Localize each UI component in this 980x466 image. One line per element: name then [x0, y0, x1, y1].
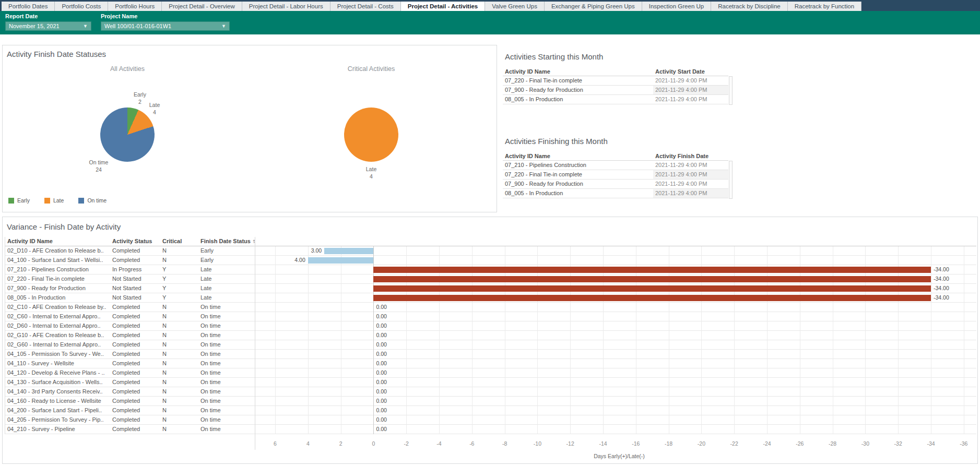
legend-label: Early	[17, 197, 30, 204]
variance-bar[interactable]	[324, 248, 373, 254]
bar-value-label: 0.00	[376, 340, 386, 350]
variance-bar-cell: 0.00	[255, 321, 978, 330]
variance-row[interactable]: 07_220 - Final Tie-in completeNot Starte…	[5, 274, 976, 284]
starting-table-scrollbar[interactable]	[729, 76, 733, 105]
table-row[interactable]: 07_210 - Pipelines Construction2021-11-2…	[503, 161, 728, 170]
variance-finish-status-cell: On time	[198, 425, 255, 434]
activity-date-cell: 2021-11-29 4:00 PM	[653, 180, 728, 188]
x-axis-label: Days Early(+)/Late(-)	[541, 453, 698, 459]
variance-name-cell: 07_210 - Pipelines Construction	[5, 265, 110, 274]
variance-bar[interactable]	[373, 285, 931, 292]
pie-label-late-name: Late	[144, 101, 165, 109]
variance-name-cell: 04_105 - Permission To Survey - We..	[5, 350, 110, 359]
variance-status-cell: Completed	[110, 368, 160, 377]
variance-row[interactable]: 04_100 - Surface Land Start - Wellsi..Co…	[5, 256, 976, 265]
variance-row[interactable]: 04_110 - Survey - WellsiteCompletedNOn t…	[5, 359, 976, 368]
table-row[interactable]: 07_220 - Final Tie-in complete2021-11-29…	[503, 170, 728, 180]
variance-row[interactable]: 04_210 - Survey - PipelineCompletedNOn t…	[5, 425, 976, 434]
variance-finish-status-cell: Late	[198, 274, 255, 283]
tab-portfolio-hours[interactable]: Portfolio Hours	[108, 2, 162, 11]
activity-id-name-cell: 08_005 - In Production	[503, 189, 653, 198]
activity-date-cell: 2021-11-29 4:00 PM	[653, 189, 728, 198]
variance-status-cell: Completed	[110, 406, 160, 415]
project-name-label: Project Name	[101, 13, 230, 19]
variance-row[interactable]: 02_D60 - Internal to External Appro..Com…	[5, 321, 976, 331]
tab-project-detail-labor-hours[interactable]: Project Detail - Labor Hours	[242, 2, 330, 11]
pie-label-critical-late-name: Late	[356, 165, 387, 173]
variance-name-cell: 02_C10 - AFE Creation to Release by..	[5, 303, 110, 312]
variance-name-cell: 08_005 - In Production	[5, 293, 110, 302]
variance-row[interactable]: 02_C60 - Internal to External Appro..Com…	[5, 312, 976, 321]
bar-value-label: 0.00	[376, 397, 386, 406]
axis-tick-label: -36	[953, 440, 974, 447]
project-name-dropdown[interactable]: Well 100/01-01-016-01W1 ▼	[101, 21, 230, 31]
variance-row[interactable]: 04_130 - Surface Acquisition - Wells..Co…	[5, 378, 976, 387]
variance-row[interactable]: 04_140 - 3rd Party Consents Receiv..Comp…	[5, 387, 976, 397]
table-row[interactable]: 08_005 - In Production2021-11-29 4:00 PM	[503, 95, 728, 104]
tab-project-detail-overview[interactable]: Project Detail - Overview	[162, 2, 242, 11]
tab-inspection-green-up[interactable]: Inspection Green Up	[642, 2, 711, 11]
variance-bar-cell: 3.00	[255, 246, 978, 255]
tab-project-detail-costs[interactable]: Project Detail - Costs	[330, 2, 401, 11]
tab-valve-green-ups[interactable]: Valve Green Ups	[485, 2, 545, 11]
variance-row[interactable]: 02_G10 - AFE Creation to Release b..Comp…	[5, 331, 976, 340]
tab-racetrack-by-function[interactable]: Racetrack by Function	[788, 2, 861, 11]
report-date-dropdown[interactable]: November 15, 2021 ▼	[5, 21, 91, 31]
variance-row[interactable]: 07_900 - Ready for ProductionNot Started…	[5, 284, 976, 293]
variance-row[interactable]: 04_200 - Surface Land Start - Pipeli..Co…	[5, 406, 976, 415]
variance-critical-cell: N	[160, 415, 198, 424]
variance-row[interactable]: 02_D10 - AFE Creation to Release b..Comp…	[5, 246, 976, 256]
variance-finish-status-cell: On time	[198, 350, 255, 359]
variance-bar[interactable]	[373, 276, 931, 282]
pie-critical-activities[interactable]	[344, 107, 398, 162]
column-header-finish-date-status[interactable]: Finish Date Status⇅	[198, 237, 255, 246]
table-row[interactable]: 08_005 - In Production2021-11-29 4:00 PM	[503, 189, 728, 198]
tab-project-detail-activities[interactable]: Project Detail - Activities	[401, 2, 485, 11]
tab-portfolio-dates[interactable]: Portfolio Dates	[2, 2, 55, 11]
variance-name-cell: 02_D60 - Internal to External Appro..	[5, 321, 110, 330]
tab-racetrack-by-discipline[interactable]: Racetrack by Discipline	[711, 2, 788, 11]
variance-status-cell: Completed	[110, 331, 160, 340]
variance-row[interactable]: 04_120 - Develop & Receive Plans - ..Com…	[5, 368, 976, 378]
variance-bar[interactable]	[373, 295, 931, 301]
variance-row[interactable]: 04_205 - Permission To Survey - Pip..Com…	[5, 415, 976, 425]
variance-name-cell: 04_140 - 3rd Party Consents Receiv..	[5, 387, 110, 396]
variance-finish-status-cell: On time	[198, 397, 255, 405]
axis-tick-label: -28	[822, 440, 843, 447]
activity-id-name-cell: 08_005 - In Production	[503, 95, 653, 104]
variance-row[interactable]: 08_005 - In ProductionNot StartedYLate-3…	[5, 293, 976, 303]
variance-finish-status-cell: On time	[198, 331, 255, 340]
starting-table-header: Activity ID Name Activity Start Date	[503, 68, 728, 76]
pie-label-on-time: On time 24	[80, 159, 117, 173]
table-row[interactable]: 07_900 - Ready for Production2021-11-29 …	[503, 86, 728, 95]
finishing-table-scrollbar[interactable]	[729, 161, 733, 199]
variance-row[interactable]: 02_G60 - Internal to External Appro..Com…	[5, 340, 976, 350]
legend-item-early[interactable]: Early	[8, 197, 30, 204]
variance-finish-status-cell: Early	[198, 256, 255, 265]
variance-table-header: Activity ID Name Activity Status Critica…	[5, 237, 976, 246]
report-date-label: Report Date	[5, 13, 91, 19]
bar-value-label: 0.00	[376, 378, 386, 387]
tab-exchanger-piping-green-ups[interactable]: Exchanger & Piping Green Ups	[545, 2, 642, 11]
variance-row[interactable]: 04_160 - Ready to License - WellsiteComp…	[5, 397, 976, 406]
variance-bar[interactable]	[373, 267, 931, 273]
bar-value-label: -34.00	[934, 274, 949, 284]
variance-bar[interactable]	[308, 257, 374, 264]
variance-status-cell: Completed	[110, 321, 160, 330]
pie-label-on-time-name: On time	[80, 159, 117, 166]
table-row[interactable]: 07_220 - Final Tie-in complete2021-11-29…	[503, 76, 728, 86]
variance-finish-status-cell: On time	[198, 340, 255, 349]
variance-critical-cell: N	[160, 312, 198, 321]
variance-row[interactable]: 07_210 - Pipelines ConstructionIn Progre…	[5, 265, 976, 274]
legend-item-late[interactable]: Late	[44, 197, 64, 204]
bar-value-label: 0.00	[376, 303, 386, 312]
column-header-critical: Critical	[160, 237, 198, 246]
tab-portfolio-costs[interactable]: Portfolio Costs	[55, 2, 108, 11]
variance-critical-cell: Y	[160, 293, 198, 302]
report-date-filter: Report Date November 15, 2021 ▼	[5, 13, 91, 34]
variance-row[interactable]: 04_105 - Permission To Survey - We..Comp…	[5, 350, 976, 359]
table-row[interactable]: 07_900 - Ready for Production2021-11-29 …	[503, 180, 728, 189]
variance-row[interactable]: 02_C10 - AFE Creation to Release by..Com…	[5, 303, 976, 312]
legend-item-on-time[interactable]: On time	[78, 197, 107, 204]
variance-critical-cell: N	[160, 359, 198, 368]
